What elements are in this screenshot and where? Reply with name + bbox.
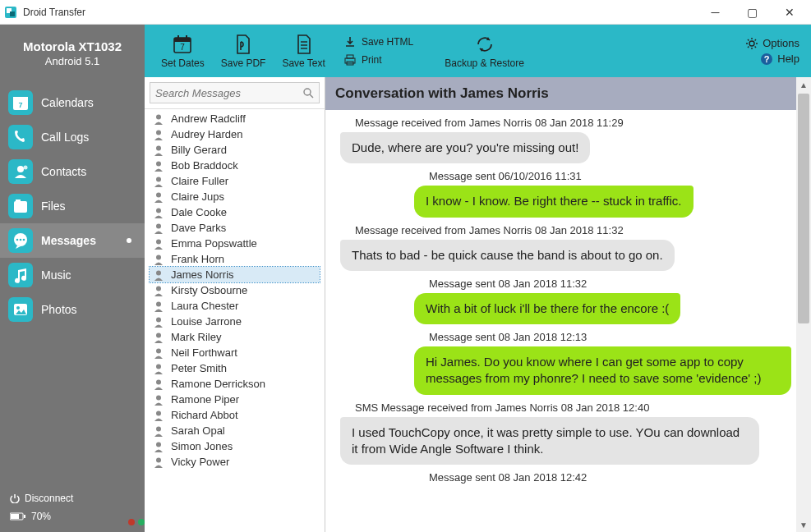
- contact-item[interactable]: Neil Forthwart: [150, 345, 320, 360]
- contact-item[interactable]: Vicky Power: [150, 454, 320, 470]
- contact-item[interactable]: Sarah Opal: [150, 423, 320, 438]
- contact-item[interactable]: Laura Chester: [150, 298, 320, 314]
- disconnect-button[interactable]: Disconnect: [10, 489, 135, 507]
- contact-name: Ramone Piper: [171, 393, 239, 406]
- save-html-button[interactable]: Save HTML: [340, 34, 417, 50]
- contact-item[interactable]: Louise Jarrone: [150, 314, 320, 329]
- svg-point-13: [23, 239, 25, 241]
- contact-item[interactable]: Dave Parks: [150, 220, 320, 236]
- svg-line-34: [310, 94, 313, 98]
- scroll-up-arrow[interactable]: ▲: [796, 77, 811, 92]
- contact-item[interactable]: Emma Popswattle: [150, 236, 320, 251]
- save-pdf-button[interactable]: Save PDF: [213, 30, 274, 72]
- sidebar-item-call-logs[interactable]: Call Logs: [0, 120, 145, 154]
- person-icon: [153, 332, 164, 343]
- contact-item[interactable]: Billy Gerard: [150, 142, 320, 158]
- contact-item[interactable]: Kirsty Osbourne: [150, 282, 320, 298]
- contact-name: Vicky Power: [171, 456, 229, 468]
- svg-point-30: [749, 41, 754, 46]
- text-file-icon: [294, 34, 314, 55]
- contact-name: Andrew Radcliff: [171, 112, 246, 125]
- close-button[interactable]: ✕: [771, 0, 808, 25]
- svg-point-45: [156, 270, 161, 275]
- svg-point-44: [156, 255, 161, 259]
- svg-point-6: [17, 166, 24, 172]
- nav-label: Music: [41, 268, 71, 282]
- search-icon[interactable]: [302, 87, 314, 99]
- person-icon: [153, 238, 164, 250]
- sidebar-item-files[interactable]: Files: [0, 189, 145, 223]
- backup-restore-button[interactable]: Backup & Restore: [436, 30, 532, 72]
- person-icon: [153, 222, 164, 234]
- contact-item[interactable]: Frank Horn: [150, 251, 320, 267]
- contact-name: Dave Parks: [171, 222, 226, 234]
- scroll-down-arrow[interactable]: ▼: [796, 517, 811, 532]
- message-meta: Message received from James Norris 08 Ja…: [355, 117, 791, 129]
- help-icon: ?: [760, 53, 773, 66]
- contact-name: James Norris: [171, 268, 234, 281]
- sidebar-item-messages[interactable]: Messages: [0, 223, 145, 258]
- contact-name: Kirsty Osbourne: [171, 284, 247, 296]
- help-button[interactable]: ? Help: [760, 53, 799, 66]
- scrollbar[interactable]: ▲ ▼: [796, 77, 811, 532]
- svg-rect-20: [174, 38, 191, 42]
- save-html-label: Save HTML: [362, 36, 413, 48]
- files-icon: [8, 194, 33, 218]
- battery-icon: [10, 512, 26, 521]
- person-icon: [153, 269, 164, 281]
- contact-pane: Andrew RadcliffAudrey HardenBilly Gerard…: [145, 77, 325, 532]
- scrollbar-thumb[interactable]: [798, 94, 809, 323]
- contact-item[interactable]: Mark Riley: [150, 329, 320, 345]
- contact-name: Frank Horn: [171, 253, 224, 265]
- sidebar-item-music[interactable]: Music: [0, 258, 145, 292]
- svg-rect-9: [16, 200, 21, 202]
- minimize-button[interactable]: ─: [697, 0, 734, 25]
- maximize-button[interactable]: ▢: [734, 0, 771, 25]
- contact-item[interactable]: Peter Smith: [150, 360, 320, 376]
- person-icon: [153, 176, 164, 187]
- contact-item[interactable]: Claire Fuller: [150, 173, 320, 189]
- message-bubble-received: Dude, where are you? you're missing out!: [340, 132, 590, 163]
- sidebar-item-photos[interactable]: Photos: [0, 292, 145, 327]
- photos-icon: [8, 297, 33, 322]
- svg-point-11: [16, 239, 19, 241]
- message-bubble-sent: Hi James. Do you know where I can get so…: [414, 346, 791, 395]
- contact-name: Richard Abbot: [171, 409, 238, 421]
- search-input[interactable]: [155, 87, 302, 99]
- options-button[interactable]: Options: [745, 37, 799, 50]
- contact-item[interactable]: James Norris: [150, 267, 320, 282]
- svg-point-41: [156, 208, 161, 213]
- contact-name: Ramone Derrickson: [171, 378, 265, 390]
- svg-point-39: [156, 177, 161, 181]
- contact-item[interactable]: Bob Braddock: [150, 158, 320, 173]
- save-text-button[interactable]: Save Text: [274, 30, 333, 72]
- contact-item[interactable]: Ramone Piper: [150, 392, 320, 407]
- contact-name: Laura Chester: [171, 300, 238, 312]
- svg-point-50: [156, 348, 161, 353]
- sidebar-item-contacts[interactable]: Contacts: [0, 154, 145, 189]
- status-dot-red: [128, 519, 135, 525]
- conversation-title: Conversation with James Norris: [325, 77, 796, 110]
- contact-name: Dale Cooke: [171, 206, 227, 218]
- contact-item[interactable]: Andrew Radcliff: [150, 111, 320, 126]
- set-dates-button[interactable]: 7 Set Dates: [153, 30, 213, 72]
- sidebar-item-calendars[interactable]: 7Calendars: [0, 85, 145, 120]
- contacts-icon: [8, 159, 33, 184]
- svg-point-36: [156, 130, 161, 135]
- contact-item[interactable]: Claire Jups: [150, 189, 320, 204]
- svg-point-46: [156, 286, 161, 291]
- svg-point-53: [156, 395, 161, 400]
- svg-point-47: [156, 301, 161, 306]
- contact-item[interactable]: Richard Abbot: [150, 407, 320, 423]
- contact-item[interactable]: Simon Jones: [150, 438, 320, 454]
- contact-item[interactable]: Dale Cooke: [150, 204, 320, 220]
- chat-scroll[interactable]: Conversation with James Norris Message r…: [325, 77, 796, 532]
- print-button[interactable]: Print: [340, 52, 417, 68]
- contact-item[interactable]: Audrey Harden: [150, 126, 320, 142]
- save-text-label: Save Text: [282, 57, 325, 69]
- contact-name: Simon Jones: [171, 440, 233, 452]
- window-title: Droid Transfer: [23, 7, 697, 18]
- contact-list[interactable]: Andrew RadcliffAudrey HardenBilly Gerard…: [145, 109, 325, 532]
- contact-name: Bob Braddock: [171, 159, 238, 172]
- contact-item[interactable]: Ramone Derrickson: [150, 376, 320, 392]
